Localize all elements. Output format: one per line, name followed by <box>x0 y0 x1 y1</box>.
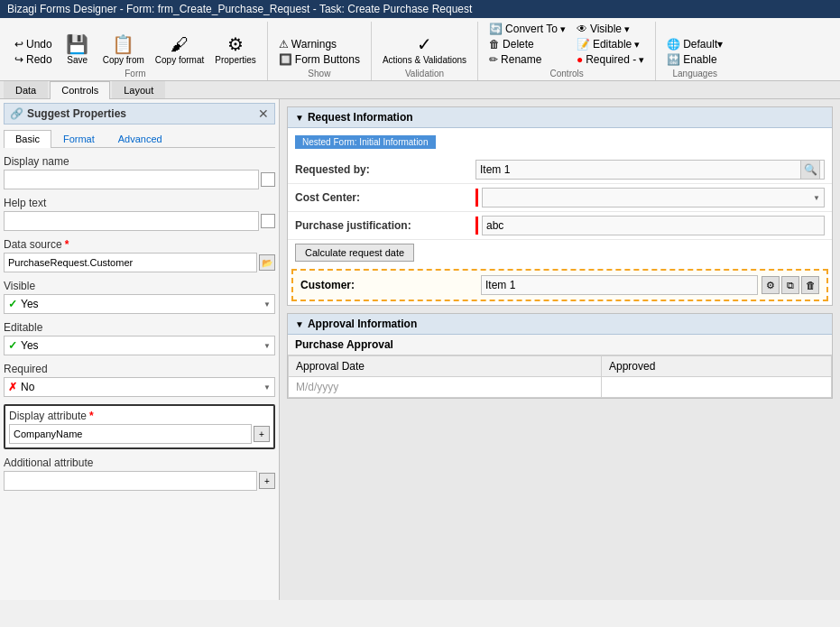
additional-attribute-browse[interactable]: + <box>259 473 275 489</box>
ribbon-group-show: ⚠ Warnings 🔲 Form Buttons Show <box>268 22 372 80</box>
requested-by-search-icon[interactable]: 🔍 <box>800 160 820 180</box>
required-select[interactable]: ✗ No ▼ <box>4 377 275 397</box>
display-attribute-browse[interactable]: + <box>254 426 270 442</box>
right-panel: ▼ Request Information Nested Form: Initi… <box>280 99 840 600</box>
approved-header: Approved <box>602 356 832 377</box>
display-attribute-input[interactable] <box>9 424 252 444</box>
left-panel: 🔗 Suggest Properties ✕ Basic Format Adva… <box>0 99 280 600</box>
tab-layout[interactable]: Layout <box>112 81 165 98</box>
tab-format[interactable]: Format <box>51 130 106 147</box>
approval-info-arrow-icon: ▼ <box>295 319 304 329</box>
tab-controls[interactable]: Controls <box>50 81 110 99</box>
delete-icon: 🗑 <box>489 38 500 51</box>
help-text-checkbox[interactable] <box>261 214 275 228</box>
editable-arrow-icon: ▼ <box>263 342 271 350</box>
inner-tabs: Basic Format Advanced <box>4 130 275 148</box>
properties-button[interactable]: ⚙ Properties <box>211 33 260 67</box>
help-text-group: Help text <box>4 197 275 231</box>
rename-icon: ✏ <box>489 53 498 66</box>
visible-icon: 👁 <box>577 23 587 35</box>
copy-format-button[interactable]: 🖌 Copy format <box>152 33 208 67</box>
request-info-section: ▼ Request Information Nested Form: Initi… <box>287 106 833 306</box>
required-group: Required ✗ No ▼ <box>4 363 275 397</box>
customer-settings-icon[interactable]: ⚙ <box>762 276 780 294</box>
close-icon[interactable]: ✕ <box>258 106 269 121</box>
title-text: Bizagi Forms Designer - Form: frm_Create… <box>7 3 472 15</box>
required-button[interactable]: ● Required - ▾ <box>573 52 648 67</box>
actions-icon: ✓ <box>417 35 432 53</box>
calculate-date-row: Calculate request date <box>288 240 832 265</box>
customer-row: Customer: Item 1 ⚙ ⧉ 🗑 <box>291 269 828 301</box>
default-language-button[interactable]: 🌐 Default▾ <box>663 37 726 51</box>
data-source-group: Data source * 📂 <box>4 238 275 272</box>
approval-date-cell: M/d/yyyy <box>289 377 602 398</box>
ribbon-tabs: Data Controls Layout <box>0 80 840 98</box>
default-lang-icon: 🌐 <box>667 38 680 51</box>
save-button[interactable]: 💾 Save <box>60 33 96 67</box>
customer-field[interactable]: Item 1 <box>481 275 758 295</box>
request-info-arrow-icon: ▼ <box>295 113 304 123</box>
enable-button[interactable]: 🔛 Enable <box>663 52 726 67</box>
table-row: M/d/yyyy <box>289 377 832 398</box>
tab-data[interactable]: Data <box>4 81 48 98</box>
copy-from-icon: 📋 <box>112 35 134 53</box>
required-arrow-icon: ▼ <box>263 383 271 392</box>
additional-attribute-group: Additional attribute + <box>4 456 275 491</box>
form-buttons-button[interactable]: 🔲 Form Buttons <box>275 52 364 67</box>
cost-center-field[interactable]: ▼ <box>482 188 825 207</box>
ribbon-group-languages: 🌐 Default▾ 🔛 Enable Languages <box>656 22 734 80</box>
visible-group: Visible ✓ Yes ▼ <box>4 280 275 314</box>
ribbon-group-form: ↩ Undo ↪ Redo 💾 Save 📋 Copy from <box>4 22 268 80</box>
help-text-input[interactable] <box>4 211 259 231</box>
ribbon-toolbar: ↩ Undo ↪ Redo 💾 Save 📋 Copy from <box>0 18 840 80</box>
data-source-browse[interactable]: 📂 <box>259 254 275 271</box>
tab-basic[interactable]: Basic <box>4 130 51 148</box>
editable-icon: 📝 <box>577 38 590 51</box>
calculate-date-button[interactable]: Calculate request date <box>295 244 414 262</box>
ribbon: ↩ Undo ↪ Redo 💾 Save 📋 Copy from <box>0 18 840 99</box>
additional-attribute-input[interactable] <box>4 471 257 491</box>
cost-center-required-bar <box>475 189 478 207</box>
save-icon: 💾 <box>66 35 88 53</box>
customer-copy-icon[interactable]: ⧉ <box>781 276 799 294</box>
copy-from-button[interactable]: 📋 Copy from <box>99 33 148 67</box>
convert-icon: 🔄 <box>489 23 503 35</box>
form-buttons-icon: 🔲 <box>279 53 292 66</box>
approval-info-section: ▼ Approval Information Purchase Approval… <box>287 313 833 399</box>
convert-to-button[interactable]: 🔄 Convert To ▾ <box>485 22 569 36</box>
rename-button[interactable]: ✏ Rename <box>485 52 569 67</box>
copy-format-icon: 🖌 <box>171 35 189 53</box>
nested-form-label: Nested Form: Initial Information <box>295 135 436 149</box>
tab-advanced[interactable]: Advanced <box>106 130 174 147</box>
warnings-button[interactable]: ⚠ Warnings <box>275 37 364 51</box>
customer-delete-icon[interactable]: 🗑 <box>801 276 819 294</box>
display-name-input[interactable] <box>4 170 259 189</box>
properties-icon: ⚙ <box>227 35 244 53</box>
suggest-header: 🔗 Suggest Properties ✕ <box>4 103 275 124</box>
warnings-icon: ⚠ <box>279 38 289 51</box>
redo-icon: ↪ <box>14 53 23 66</box>
actions-validations-button[interactable]: ✓ Actions & Validations <box>379 33 470 67</box>
editable-group: Editable ✓ Yes ▼ <box>4 321 275 355</box>
display-name-checkbox[interactable] <box>261 172 275 187</box>
approval-table: Approval Date Approved M/d/yyyy <box>288 355 832 398</box>
editable-select[interactable]: ✓ Yes ▼ <box>4 336 275 355</box>
purchase-justification-required-bar <box>475 217 478 235</box>
required-icon: ● <box>577 53 583 66</box>
requested-by-field[interactable]: Item 1 🔍 <box>475 160 825 180</box>
editable-button[interactable]: 📝 Editable ▾ <box>573 37 648 51</box>
visible-button[interactable]: 👁 Visible ▾ <box>573 22 648 36</box>
display-attribute-highlighted-group: Display attribute * + <box>4 404 275 449</box>
title-bar: Bizagi Forms Designer - Form: frm_Create… <box>0 0 840 18</box>
purchase-justification-row: Purchase justification: abc <box>288 212 832 240</box>
visible-select[interactable]: ✓ Yes ▼ <box>4 294 275 314</box>
undo-button[interactable]: ↩ Undo <box>11 37 56 51</box>
redo-button[interactable]: ↪ Redo <box>11 52 56 67</box>
main-layout: 🔗 Suggest Properties ✕ Basic Format Adva… <box>0 99 840 600</box>
approval-date-header: Approval Date <box>289 356 602 377</box>
undo-icon: ↩ <box>14 38 23 51</box>
ribbon-group-validation: ✓ Actions & Validations Validation <box>372 22 478 80</box>
purchase-justification-field[interactable]: abc <box>482 216 825 235</box>
delete-button[interactable]: 🗑 Delete <box>485 37 569 51</box>
data-source-input[interactable] <box>4 253 257 272</box>
